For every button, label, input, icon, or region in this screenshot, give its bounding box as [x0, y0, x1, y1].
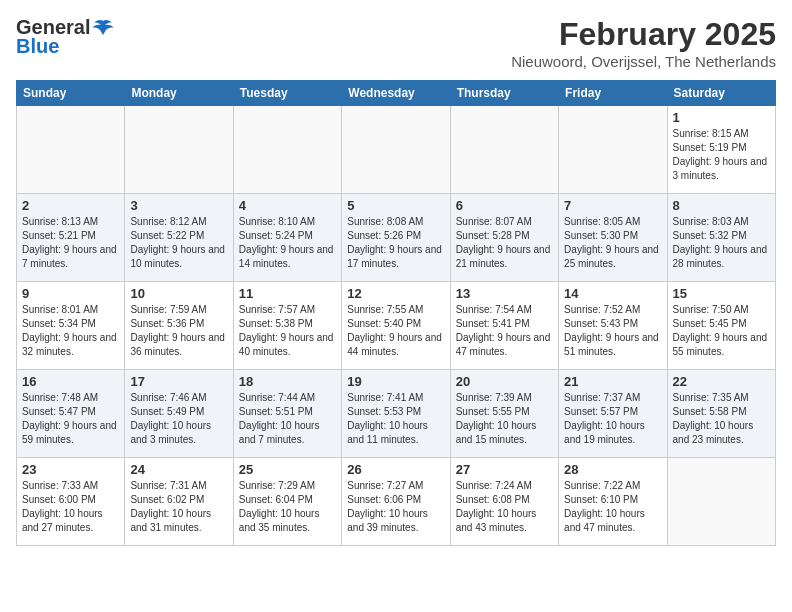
calendar-header-row: Sunday Monday Tuesday Wednesday Thursday… — [17, 81, 776, 106]
day-info: Sunrise: 7:22 AM Sunset: 6:10 PM Dayligh… — [564, 479, 661, 535]
day-info: Sunrise: 7:48 AM Sunset: 5:47 PM Dayligh… — [22, 391, 119, 447]
calendar-cell: 6Sunrise: 8:07 AM Sunset: 5:28 PM Daylig… — [450, 194, 558, 282]
calendar-cell: 26Sunrise: 7:27 AM Sunset: 6:06 PM Dayli… — [342, 458, 450, 546]
calendar-table: Sunday Monday Tuesday Wednesday Thursday… — [16, 80, 776, 546]
calendar-cell — [667, 458, 775, 546]
day-info: Sunrise: 7:31 AM Sunset: 6:02 PM Dayligh… — [130, 479, 227, 535]
calendar-cell: 19Sunrise: 7:41 AM Sunset: 5:53 PM Dayli… — [342, 370, 450, 458]
calendar-cell — [559, 106, 667, 194]
calendar-week-row: 9Sunrise: 8:01 AM Sunset: 5:34 PM Daylig… — [17, 282, 776, 370]
calendar-cell: 8Sunrise: 8:03 AM Sunset: 5:32 PM Daylig… — [667, 194, 775, 282]
calendar-cell — [233, 106, 341, 194]
day-info: Sunrise: 7:52 AM Sunset: 5:43 PM Dayligh… — [564, 303, 661, 359]
col-wednesday: Wednesday — [342, 81, 450, 106]
calendar-cell: 16Sunrise: 7:48 AM Sunset: 5:47 PM Dayli… — [17, 370, 125, 458]
calendar-cell — [17, 106, 125, 194]
day-number: 3 — [130, 198, 227, 213]
day-info: Sunrise: 7:44 AM Sunset: 5:51 PM Dayligh… — [239, 391, 336, 447]
calendar-cell — [125, 106, 233, 194]
calendar-cell: 22Sunrise: 7:35 AM Sunset: 5:58 PM Dayli… — [667, 370, 775, 458]
day-number: 21 — [564, 374, 661, 389]
calendar-cell: 12Sunrise: 7:55 AM Sunset: 5:40 PM Dayli… — [342, 282, 450, 370]
col-friday: Friday — [559, 81, 667, 106]
calendar-cell: 15Sunrise: 7:50 AM Sunset: 5:45 PM Dayli… — [667, 282, 775, 370]
day-info: Sunrise: 7:24 AM Sunset: 6:08 PM Dayligh… — [456, 479, 553, 535]
day-info: Sunrise: 7:35 AM Sunset: 5:58 PM Dayligh… — [673, 391, 770, 447]
day-number: 6 — [456, 198, 553, 213]
calendar-week-row: 2Sunrise: 8:13 AM Sunset: 5:21 PM Daylig… — [17, 194, 776, 282]
calendar-cell: 1Sunrise: 8:15 AM Sunset: 5:19 PM Daylig… — [667, 106, 775, 194]
logo-blue: Blue — [16, 35, 59, 58]
calendar-cell — [342, 106, 450, 194]
day-number: 16 — [22, 374, 119, 389]
col-thursday: Thursday — [450, 81, 558, 106]
col-saturday: Saturday — [667, 81, 775, 106]
day-number: 7 — [564, 198, 661, 213]
day-number: 24 — [130, 462, 227, 477]
day-info: Sunrise: 7:59 AM Sunset: 5:36 PM Dayligh… — [130, 303, 227, 359]
day-number: 2 — [22, 198, 119, 213]
calendar-cell: 17Sunrise: 7:46 AM Sunset: 5:49 PM Dayli… — [125, 370, 233, 458]
day-number: 10 — [130, 286, 227, 301]
day-number: 11 — [239, 286, 336, 301]
day-number: 19 — [347, 374, 444, 389]
day-info: Sunrise: 7:55 AM Sunset: 5:40 PM Dayligh… — [347, 303, 444, 359]
day-info: Sunrise: 7:33 AM Sunset: 6:00 PM Dayligh… — [22, 479, 119, 535]
day-info: Sunrise: 7:29 AM Sunset: 6:04 PM Dayligh… — [239, 479, 336, 535]
day-info: Sunrise: 8:12 AM Sunset: 5:22 PM Dayligh… — [130, 215, 227, 271]
day-number: 4 — [239, 198, 336, 213]
page-header: General Blue February 2025 Nieuwoord, Ov… — [16, 16, 776, 70]
day-info: Sunrise: 8:05 AM Sunset: 5:30 PM Dayligh… — [564, 215, 661, 271]
day-info: Sunrise: 8:13 AM Sunset: 5:21 PM Dayligh… — [22, 215, 119, 271]
day-number: 8 — [673, 198, 770, 213]
col-tuesday: Tuesday — [233, 81, 341, 106]
day-info: Sunrise: 7:57 AM Sunset: 5:38 PM Dayligh… — [239, 303, 336, 359]
day-info: Sunrise: 8:15 AM Sunset: 5:19 PM Dayligh… — [673, 127, 770, 183]
calendar-cell: 3Sunrise: 8:12 AM Sunset: 5:22 PM Daylig… — [125, 194, 233, 282]
day-info: Sunrise: 7:37 AM Sunset: 5:57 PM Dayligh… — [564, 391, 661, 447]
calendar-cell: 7Sunrise: 8:05 AM Sunset: 5:30 PM Daylig… — [559, 194, 667, 282]
day-info: Sunrise: 7:46 AM Sunset: 5:49 PM Dayligh… — [130, 391, 227, 447]
day-info: Sunrise: 8:08 AM Sunset: 5:26 PM Dayligh… — [347, 215, 444, 271]
calendar-cell: 27Sunrise: 7:24 AM Sunset: 6:08 PM Dayli… — [450, 458, 558, 546]
logo: General Blue — [16, 16, 114, 58]
title-block: February 2025 Nieuwoord, Overijssel, The… — [511, 16, 776, 70]
day-info: Sunrise: 8:10 AM Sunset: 5:24 PM Dayligh… — [239, 215, 336, 271]
calendar-cell: 11Sunrise: 7:57 AM Sunset: 5:38 PM Dayli… — [233, 282, 341, 370]
month-title: February 2025 — [511, 16, 776, 53]
day-info: Sunrise: 7:41 AM Sunset: 5:53 PM Dayligh… — [347, 391, 444, 447]
calendar-cell: 5Sunrise: 8:08 AM Sunset: 5:26 PM Daylig… — [342, 194, 450, 282]
day-number: 28 — [564, 462, 661, 477]
day-info: Sunrise: 8:03 AM Sunset: 5:32 PM Dayligh… — [673, 215, 770, 271]
calendar-cell: 13Sunrise: 7:54 AM Sunset: 5:41 PM Dayli… — [450, 282, 558, 370]
day-number: 9 — [22, 286, 119, 301]
day-number: 14 — [564, 286, 661, 301]
day-number: 1 — [673, 110, 770, 125]
calendar-cell: 25Sunrise: 7:29 AM Sunset: 6:04 PM Dayli… — [233, 458, 341, 546]
day-number: 15 — [673, 286, 770, 301]
col-sunday: Sunday — [17, 81, 125, 106]
calendar-cell: 23Sunrise: 7:33 AM Sunset: 6:00 PM Dayli… — [17, 458, 125, 546]
day-number: 22 — [673, 374, 770, 389]
calendar-cell: 14Sunrise: 7:52 AM Sunset: 5:43 PM Dayli… — [559, 282, 667, 370]
day-number: 25 — [239, 462, 336, 477]
location: Nieuwoord, Overijssel, The Netherlands — [511, 53, 776, 70]
day-info: Sunrise: 7:39 AM Sunset: 5:55 PM Dayligh… — [456, 391, 553, 447]
day-info: Sunrise: 8:07 AM Sunset: 5:28 PM Dayligh… — [456, 215, 553, 271]
calendar-week-row: 1Sunrise: 8:15 AM Sunset: 5:19 PM Daylig… — [17, 106, 776, 194]
calendar-cell: 2Sunrise: 8:13 AM Sunset: 5:21 PM Daylig… — [17, 194, 125, 282]
calendar-cell: 21Sunrise: 7:37 AM Sunset: 5:57 PM Dayli… — [559, 370, 667, 458]
day-number: 13 — [456, 286, 553, 301]
calendar-cell: 4Sunrise: 8:10 AM Sunset: 5:24 PM Daylig… — [233, 194, 341, 282]
day-number: 17 — [130, 374, 227, 389]
day-number: 20 — [456, 374, 553, 389]
day-info: Sunrise: 7:50 AM Sunset: 5:45 PM Dayligh… — [673, 303, 770, 359]
day-number: 27 — [456, 462, 553, 477]
day-number: 12 — [347, 286, 444, 301]
day-info: Sunrise: 7:27 AM Sunset: 6:06 PM Dayligh… — [347, 479, 444, 535]
calendar-cell: 24Sunrise: 7:31 AM Sunset: 6:02 PM Dayli… — [125, 458, 233, 546]
calendar-cell: 18Sunrise: 7:44 AM Sunset: 5:51 PM Dayli… — [233, 370, 341, 458]
calendar-cell: 10Sunrise: 7:59 AM Sunset: 5:36 PM Dayli… — [125, 282, 233, 370]
calendar-cell — [450, 106, 558, 194]
col-monday: Monday — [125, 81, 233, 106]
